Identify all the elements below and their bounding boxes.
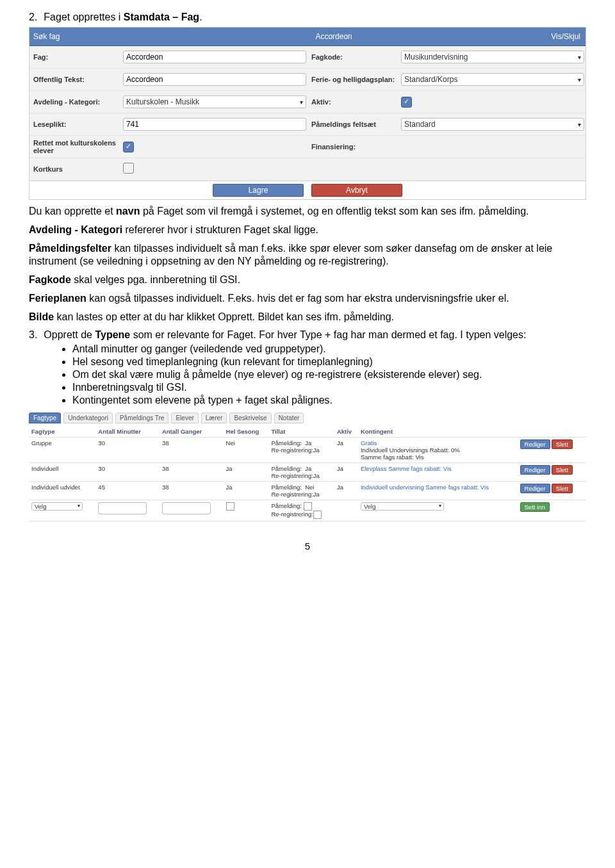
form-checkbox[interactable]: ✓ [123, 142, 134, 152]
bullet-item: Innberetningsvalg til GSI. [72, 382, 586, 393]
new-ganger-input[interactable] [162, 502, 211, 514]
form-checkbox[interactable]: ✓ [401, 97, 412, 108]
cell-actions: RedigerSlett [516, 463, 586, 481]
cell-min: 30 [95, 437, 160, 463]
sec2-title: Faget opprettes i Stamdata – Fag. [44, 12, 202, 23]
form-label: Avdeling - Kategori: [29, 98, 123, 106]
cell-helsesong: Nei [224, 437, 269, 463]
table-row: Individuell udvidet4538JaPåmelding: NeiR… [29, 481, 586, 500]
col-header: Antall Ganger [160, 426, 224, 438]
form-label: Rettet mot kulturskolens elever [29, 139, 123, 154]
bullet-item: Om det skal være mulig å påmelde (nye el… [72, 369, 586, 381]
form-select[interactable]: Kulturskolen - Musikk▾ [123, 95, 306, 108]
delete-button[interactable]: Slett [552, 465, 573, 475]
form-label: Aktiv: [308, 98, 401, 106]
form-label: Fag: [29, 53, 123, 61]
form-label: Offentlig Tekst: [29, 76, 123, 83]
bullet-item: Hel sesong ved timeplanlegning (kun rele… [72, 356, 586, 368]
cell-ganger: 38 [160, 481, 224, 500]
tab-påmeldings-tre[interactable]: Påmeldings Tre [115, 413, 168, 423]
para-navn: Du kan opprette et navn på Faget som vil… [29, 205, 586, 218]
table-row-new: VelgPåmelding: Re-registrering:VelgSett … [29, 500, 586, 521]
col-header: Antall Minutter [95, 426, 160, 438]
sec3-num: 3. [29, 329, 37, 341]
table-row: Individuell3038JaPåmelding: JaRe-registr… [29, 463, 586, 481]
tab-lærer[interactable]: Lærer [201, 413, 227, 423]
edit-button[interactable]: Rediger [520, 439, 550, 449]
cell-fagtype: Gruppe [29, 437, 95, 463]
col-header: Hel Sesong [224, 426, 269, 438]
bullet-item: Antall minutter og ganger (veiledende ve… [72, 343, 586, 355]
form-text-input[interactable] [123, 73, 306, 86]
cell-tillat: Påmelding: JaRe-registrering:Ja [268, 437, 334, 463]
cell-helsesong: Ja [224, 481, 269, 500]
tab-underkategori[interactable]: Underkategori [63, 413, 113, 423]
form-header-left[interactable]: Søk fag [29, 32, 117, 41]
bullet-item: Kontingentet som elevene på typen + fage… [72, 395, 586, 406]
table-row: Gruppe3038NeiPåmelding: JaRe-registrerin… [29, 437, 586, 463]
col-header: Aktiv [334, 426, 358, 438]
tab-elever[interactable]: Elever [171, 413, 198, 423]
form-screenshot: Søk fag Accordeon Vis/Skjul Fag:Fagkode:… [29, 27, 586, 200]
insert-button[interactable]: Sett inn [520, 502, 550, 512]
para-avdeling: Avdeling - Kategori refererer hvor i str… [29, 224, 586, 237]
form-label: Leseplikt: [29, 120, 123, 128]
col-header [516, 426, 586, 438]
cell-aktiv: Ja [334, 463, 358, 481]
cell-kontingent: Individuell undervisning Samme fags raba… [358, 481, 516, 500]
new-fagtype-select[interactable]: Velg [31, 502, 83, 511]
save-button[interactable]: Lagre [213, 184, 304, 197]
form-checkbox[interactable] [123, 163, 134, 174]
sec2-num: 2. [29, 12, 37, 23]
form-select[interactable]: Standard/Korps▾ [401, 73, 584, 86]
form-text-input[interactable] [123, 118, 306, 131]
form-header-toggle[interactable]: Vis/Skjul [551, 32, 586, 41]
new-pamelding-checkbox[interactable] [304, 502, 312, 511]
form-label: Ferie- og helligdagsplan: [308, 76, 401, 83]
col-header: Fagtype [29, 426, 95, 438]
new-rereg-checkbox[interactable] [313, 511, 322, 519]
cell-aktiv: Ja [334, 437, 358, 463]
form-label: Kortkurs [29, 165, 123, 173]
new-helsesong-checkbox[interactable] [226, 502, 234, 511]
cell-kontingent: GratisIndividuell Undervisnings Rabatt: … [358, 437, 516, 463]
cell-actions: RedigerSlett [516, 437, 586, 463]
form-header-title: Accordeon [117, 32, 551, 41]
new-min-input[interactable] [98, 502, 147, 514]
form-select[interactable]: Musikundervisning▾ [401, 51, 584, 63]
cell-aktiv: Ja [334, 481, 358, 500]
edit-button[interactable]: Rediger [520, 465, 550, 475]
cell-fagtype: Individuell [29, 463, 95, 481]
new-kontingent-select[interactable]: Velg [361, 502, 444, 511]
cell-min: 30 [95, 463, 160, 481]
sec3-text: Opprett de Typene som er relevante for F… [44, 329, 526, 341]
cell-tillat: Påmelding: NeiRe-registrering:Ja [268, 481, 334, 500]
cell-ganger: 38 [160, 437, 224, 463]
para-ferieplanen: Ferieplanen kan også tilpasses individue… [29, 292, 586, 306]
para-pameldingsfelter: Påmeldingsfelter kan tilpasses individue… [29, 242, 586, 269]
form-label: Finansiering: [308, 143, 401, 151]
form-select[interactable]: Standard▾ [401, 118, 584, 131]
para-fagkode: Fagkode skal velges pga. innberetning ti… [29, 274, 586, 287]
form-label: Påmeldings feltsæt [308, 120, 401, 128]
edit-button[interactable]: Rediger [520, 484, 550, 493]
form-text-input[interactable] [123, 51, 306, 63]
tab-beskrivelse[interactable]: Beskrivelse [229, 413, 271, 423]
cell-actions: RedigerSlett [516, 481, 586, 500]
delete-button[interactable]: Slett [552, 484, 573, 493]
cell-fagtype: Individuell udvidet [29, 481, 95, 500]
delete-button[interactable]: Slett [552, 439, 573, 449]
cell-helsesong: Ja [224, 463, 269, 481]
cell-min: 45 [95, 481, 160, 500]
form-label: Fagkode: [308, 53, 401, 61]
col-header: Kontingent [358, 426, 516, 438]
cell-tillat: Påmelding: JaRe-registrering:Ja [268, 463, 334, 481]
table-screenshot: FagtypeUnderkategoriPåmeldings TreElever… [29, 413, 586, 521]
para-bilde: Bilde kan lastes op etter at du har klik… [29, 311, 586, 324]
page-number: 5 [29, 541, 586, 552]
col-header: Tillat [268, 426, 334, 438]
cell-ganger: 38 [160, 463, 224, 481]
tab-notater[interactable]: Notater [274, 413, 304, 423]
cancel-button[interactable]: Avbryt [311, 184, 402, 197]
tab-fagtype[interactable]: Fagtype [29, 413, 61, 423]
